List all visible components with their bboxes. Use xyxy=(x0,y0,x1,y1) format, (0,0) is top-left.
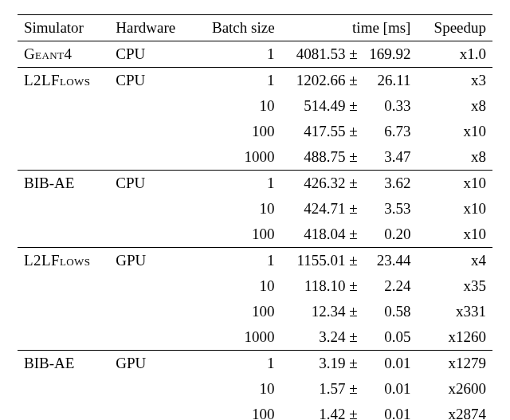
plus-minus-icon: ± xyxy=(346,171,362,197)
cell-hardware xyxy=(109,222,194,248)
cell-hardware xyxy=(109,376,194,402)
cell-simulator: Geant4 xyxy=(18,41,109,68)
cell-time-err: 3.53 xyxy=(362,196,418,222)
cell-time-err: 3.47 xyxy=(362,144,418,171)
cell-speedup: x10 xyxy=(417,196,492,222)
cell-batch: 1 xyxy=(194,171,281,197)
cell-time-err: 169.92 xyxy=(362,41,418,68)
plus-minus-icon: ± xyxy=(346,376,362,402)
plus-minus-icon: ± xyxy=(346,351,362,377)
plus-minus-icon: ± xyxy=(346,41,362,68)
table-row: BIB-AECPU1426.32±3.62x10 xyxy=(18,171,492,197)
table-row: 10424.71±3.53x10 xyxy=(18,196,492,222)
cell-simulator: L2LFlows xyxy=(18,68,109,94)
cell-time-mean: 514.49 xyxy=(281,93,346,119)
cell-batch: 1 xyxy=(194,351,281,377)
plus-minus-icon: ± xyxy=(346,273,362,299)
table-row: 10003.24±0.05x1260 xyxy=(18,324,492,351)
cell-simulator xyxy=(18,273,109,299)
table-row: 10514.49±0.33x8 xyxy=(18,93,492,119)
cell-speedup: x1279 xyxy=(417,351,492,377)
cell-hardware: CPU xyxy=(109,41,194,68)
cell-speedup: x10 xyxy=(417,119,492,144)
cell-simulator xyxy=(18,376,109,402)
cell-speedup: x1260 xyxy=(417,324,492,351)
cell-hardware xyxy=(109,144,194,171)
cell-time-err: 0.01 xyxy=(362,402,418,420)
benchmark-table: Simulator Hardware Batch size time [ms] … xyxy=(18,14,492,420)
cell-batch: 100 xyxy=(194,299,281,324)
cell-time-err: 0.01 xyxy=(362,351,418,377)
cell-time-err: 0.20 xyxy=(362,222,418,248)
cell-batch: 1 xyxy=(194,68,281,94)
cell-time-err: 3.62 xyxy=(362,171,418,197)
cell-time-err: 0.58 xyxy=(362,299,418,324)
cell-speedup: x3 xyxy=(417,68,492,94)
table-row: 1000488.75±3.47x8 xyxy=(18,144,492,171)
cell-time-mean: 12.34 xyxy=(281,299,346,324)
cell-simulator xyxy=(18,222,109,248)
table-row: 10118.10±2.24x35 xyxy=(18,273,492,299)
header-row: Simulator Hardware Batch size time [ms] … xyxy=(18,15,492,41)
cell-batch: 1 xyxy=(194,41,281,68)
cell-hardware xyxy=(109,119,194,144)
cell-time-err: 0.33 xyxy=(362,93,418,119)
cell-time-err: 2.24 xyxy=(362,273,418,299)
cell-speedup: x2600 xyxy=(417,376,492,402)
cell-hardware xyxy=(109,324,194,351)
cell-hardware xyxy=(109,273,194,299)
cell-batch: 100 xyxy=(194,402,281,420)
cell-time-mean: 417.55 xyxy=(281,119,346,144)
cell-time-mean: 3.19 xyxy=(281,351,346,377)
cell-speedup: x10 xyxy=(417,222,492,248)
cell-time-mean: 426.32 xyxy=(281,171,346,197)
cell-simulator xyxy=(18,299,109,324)
table-row: Geant4CPU14081.53±169.92x1.0 xyxy=(18,41,492,68)
plus-minus-icon: ± xyxy=(346,196,362,222)
cell-hardware xyxy=(109,402,194,420)
cell-simulator xyxy=(18,196,109,222)
col-hardware: Hardware xyxy=(109,15,194,41)
table-row: 100417.55±6.73x10 xyxy=(18,119,492,144)
cell-time-mean: 488.75 xyxy=(281,144,346,171)
cell-hardware: GPU xyxy=(109,351,194,377)
cell-batch: 10 xyxy=(194,196,281,222)
cell-simulator: BIB-AE xyxy=(18,171,109,197)
cell-hardware xyxy=(109,299,194,324)
plus-minus-icon: ± xyxy=(346,93,362,119)
cell-speedup: x35 xyxy=(417,273,492,299)
cell-hardware xyxy=(109,196,194,222)
cell-batch: 10 xyxy=(194,93,281,119)
cell-speedup: x331 xyxy=(417,299,492,324)
cell-speedup: x1.0 xyxy=(417,41,492,68)
cell-hardware: GPU xyxy=(109,248,194,274)
cell-time-err: 0.05 xyxy=(362,324,418,351)
cell-speedup: x10 xyxy=(417,171,492,197)
cell-simulator xyxy=(18,324,109,351)
col-speedup: Speedup xyxy=(417,15,492,41)
plus-minus-icon: ± xyxy=(346,299,362,324)
cell-time-err: 23.44 xyxy=(362,248,418,274)
plus-minus-icon: ± xyxy=(346,248,362,274)
cell-batch: 1000 xyxy=(194,144,281,171)
cell-speedup: x4 xyxy=(417,248,492,274)
table-row: L2LFlowsCPU11202.66±26.11x3 xyxy=(18,68,492,94)
plus-minus-icon: ± xyxy=(346,119,362,144)
cell-time-mean: 1.42 xyxy=(281,402,346,420)
cell-time-mean: 418.04 xyxy=(281,222,346,248)
table-row: 1001.42±0.01x2874 xyxy=(18,402,492,420)
cell-time-mean: 3.24 xyxy=(281,324,346,351)
cell-time-mean: 424.71 xyxy=(281,196,346,222)
table-row: 100418.04±0.20x10 xyxy=(18,222,492,248)
cell-time-err: 26.11 xyxy=(362,68,418,94)
cell-simulator: BIB-AE xyxy=(18,351,109,377)
cell-hardware: CPU xyxy=(109,171,194,197)
plus-minus-icon: ± xyxy=(346,402,362,420)
table-row: 101.57±0.01x2600 xyxy=(18,376,492,402)
table-row: 10012.34±0.58x331 xyxy=(18,299,492,324)
cell-simulator xyxy=(18,144,109,171)
cell-time-mean: 118.10 xyxy=(281,273,346,299)
plus-minus-icon: ± xyxy=(346,68,362,94)
plus-minus-icon: ± xyxy=(346,144,362,171)
cell-speedup: x8 xyxy=(417,93,492,119)
